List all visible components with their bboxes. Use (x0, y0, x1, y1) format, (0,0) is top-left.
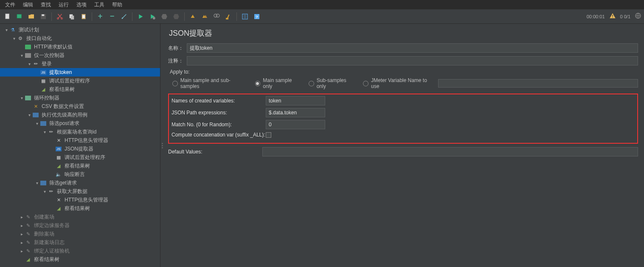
tree-item[interactable]: ⚙接口自动化 (0, 34, 160, 43)
svg-marker-13 (173, 14, 179, 19)
tree-item-label: 察看结果树 (64, 162, 90, 170)
function-helper-button[interactable] (240, 11, 250, 22)
separator (132, 12, 132, 21)
caret-icon[interactable] (19, 249, 25, 253)
clear-all-button[interactable] (200, 11, 210, 22)
svg-rect-0 (6, 14, 9, 19)
tree-item[interactable]: ✎绑定人证核验机 (0, 247, 160, 255)
reset-search-button[interactable] (223, 11, 233, 22)
open-button[interactable] (26, 11, 37, 22)
comment-label: 注释： (168, 57, 187, 65)
caret-icon[interactable] (19, 232, 25, 236)
tree-item[interactable]: ✎新建案场日志 (0, 238, 160, 247)
caret-icon[interactable] (19, 223, 25, 228)
tree-item[interactable]: ◢察看结果树 (0, 162, 160, 170)
radio-main-only[interactable]: Main sample only (255, 77, 302, 89)
expand-button[interactable]: + (95, 11, 105, 22)
match-input[interactable] (266, 120, 325, 129)
menu-item[interactable]: 运行 (55, 0, 72, 9)
templates-button[interactable] (14, 11, 25, 22)
default-input[interactable] (262, 147, 638, 156)
stop-button[interactable] (159, 11, 169, 22)
separator (92, 12, 92, 21)
start-no-timers-button[interactable] (147, 11, 157, 22)
tree-item[interactable]: ◢察看结果树 (0, 255, 160, 264)
paste-button[interactable] (79, 11, 89, 22)
tree-item[interactable]: ✎获取大屏数据 (0, 187, 160, 196)
radio-sub-only[interactable]: Sub-samples only (309, 77, 356, 89)
tree-item[interactable]: 仅一次控制器 (0, 51, 160, 60)
tree-item[interactable]: ▦调试后置处理程序 (0, 77, 160, 85)
menu-item[interactable]: 文件 (2, 0, 19, 9)
tree-item[interactable]: 筛选post请求 (0, 119, 160, 128)
tree-item-label: HTTP请求默认值 (33, 43, 73, 51)
name-label: 名称： (168, 45, 187, 52)
tree-item[interactable]: ✎根据案场名查询id (0, 128, 160, 136)
menu-item[interactable]: 选项 (73, 0, 90, 9)
new-button[interactable] (3, 11, 13, 22)
tree-item[interactable]: 执行优先级高的用例 (0, 111, 160, 119)
tree-item[interactable]: ◢察看结果树 (0, 85, 160, 94)
start-button[interactable] (135, 11, 146, 22)
toggle-button[interactable] (119, 11, 129, 22)
jsonpath-input[interactable] (266, 108, 325, 117)
tree-item[interactable]: 筛选get请求 (0, 179, 160, 187)
svg-rect-9 (82, 15, 85, 18)
panel-title: JSON提取器 (168, 28, 638, 38)
caret-icon[interactable] (19, 96, 25, 100)
tree-item[interactable]: ✕CSV 数据文件设置 (0, 102, 160, 111)
menu-item[interactable]: 工具 (91, 0, 108, 9)
menu-item[interactable]: 编辑 (20, 0, 37, 9)
content-panel: JSON提取器 名称： 注释： Apply to: Main sample an… (164, 24, 644, 267)
svg-rect-23 (612, 15, 613, 17)
tree-item[interactable]: ✎绑定边缘服务器 (0, 221, 160, 230)
concat-checkbox[interactable] (266, 132, 271, 138)
help-button[interactable]: ? (252, 11, 262, 22)
collapse-button[interactable]: − (107, 11, 117, 22)
server-icon[interactable] (635, 12, 641, 20)
caret-icon[interactable] (3, 28, 9, 32)
tree-item[interactable]: JSJSON提取器 (0, 145, 160, 153)
tree-item-label: 察看结果树 (64, 205, 90, 212)
clear-button[interactable] (188, 11, 198, 22)
radio-jmeter-var[interactable]: JMeter Variable Name to use (363, 77, 638, 89)
svg-rect-24 (612, 17, 613, 17)
elapsed-time: 00:00:01 (587, 14, 605, 19)
splitter[interactable] (160, 24, 164, 267)
tree-item-label: 创建案场 (33, 213, 54, 221)
tree-item[interactable]: ✎删除案场 (0, 230, 160, 238)
save-button[interactable] (38, 11, 48, 22)
tree-item[interactable]: ⚗测试计划 (0, 26, 160, 34)
tree-item-label: 筛选post请求 (48, 120, 79, 127)
radio-main-and-sub[interactable]: Main sample and sub-samples (172, 77, 248, 89)
caret-icon[interactable] (11, 36, 17, 41)
caret-icon[interactable] (19, 53, 25, 58)
menu-item[interactable]: 帮助 (109, 0, 126, 9)
tree-item[interactable]: ✎创建案场 (0, 213, 160, 221)
tree-item[interactable]: ✕HTTP信息头管理器 (0, 136, 160, 145)
tree-item[interactable]: HTTP请求默认值 (0, 43, 160, 51)
warning-icon[interactable] (609, 12, 616, 20)
jmeter-var-input[interactable] (438, 79, 638, 88)
tree-item[interactable]: 循环控制器 (0, 94, 160, 102)
tree-item[interactable]: ◢察看结果树 (0, 204, 160, 213)
tree-item[interactable]: ✎登录 (0, 60, 160, 68)
shutdown-button[interactable] (171, 11, 181, 22)
comment-input[interactable] (187, 56, 638, 65)
name-input[interactable] (187, 43, 638, 53)
tree-panel[interactable]: ⚗测试计划⚙接口自动化HTTP请求默认值仅一次控制器✎登录JS提取token▦调… (0, 24, 160, 267)
copy-button[interactable] (67, 11, 77, 22)
caret-icon[interactable] (26, 113, 32, 117)
caret-icon[interactable] (34, 181, 40, 185)
tree-item[interactable]: ▦调试后置处理程序 (0, 153, 160, 162)
caret-icon[interactable] (19, 215, 25, 219)
caret-icon[interactable] (34, 121, 40, 126)
search-button[interactable] (211, 11, 222, 22)
tree-item[interactable]: ✕HTTP信息头管理器 (0, 196, 160, 204)
tree-item[interactable]: 🔈响应断言 (0, 170, 160, 179)
names-input[interactable] (266, 96, 325, 105)
cut-button[interactable] (55, 11, 65, 22)
menu-item[interactable]: 查找 (37, 0, 54, 9)
tree-item[interactable]: JS提取token (0, 68, 160, 77)
caret-icon[interactable] (19, 240, 25, 245)
